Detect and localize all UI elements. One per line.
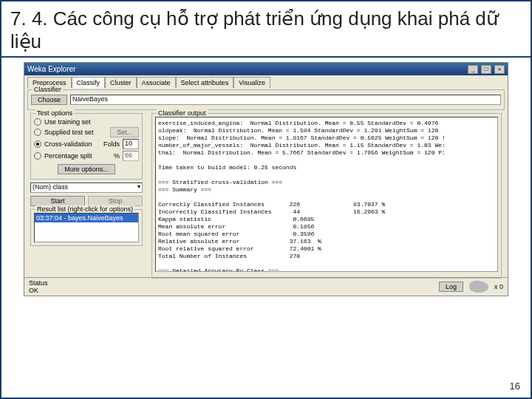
weka-window: Weka Explorer _ □ × Preprocess Classify … [24,62,508,296]
test-options-label: Test options [35,109,74,117]
status-bar: Status OK Log x 0 [24,277,508,296]
status-text: OK [29,287,48,294]
result-list-group: Result list (right-click for options) 03… [30,209,143,246]
tab-select-attributes[interactable]: Select attributes [176,77,234,88]
stop-button[interactable]: Stop [88,196,143,206]
slide-number: 16 [510,381,520,392]
slide-title: 7. 4. Các công cụ hỗ trợ phát triển ứng … [1,1,531,58]
result-list-label: Result list (right-click for options) [35,205,134,213]
classifier-group: Classifier Choose NaiveBayes [27,89,505,110]
main-tabs: Preprocess Classify Cluster Associate Se… [24,75,508,88]
window-title: Weka Explorer [27,65,75,73]
result-list[interactable]: 03:37:04 - bayes.NaiveBayes [34,213,139,242]
minimize-button[interactable]: _ [468,65,478,74]
weka-bird-icon [469,281,488,293]
classifier-output-group: Classifier output exercise_induced_angin… [151,113,502,279]
folds-input[interactable]: 10 [123,139,139,149]
folds-label: Folds [103,140,120,148]
set-test-button[interactable]: Set... [110,127,139,137]
label-percentage-split: Percentage split [44,152,92,160]
classifier-name-field[interactable]: NaiveBayes [70,95,501,105]
pct-label: % [114,152,120,160]
radio-percentage-split[interactable] [34,152,41,160]
radio-use-training[interactable] [34,118,41,126]
close-button[interactable]: × [494,65,505,74]
log-button[interactable]: Log [439,282,463,292]
window-buttons: _ □ × [467,64,505,74]
tab-classify[interactable]: Classify [72,77,106,88]
classifier-group-label: Classifier [33,86,63,93]
test-options-group: Test options Use training set Supplied t… [30,113,143,180]
label-cross-validation: Cross-validation [44,140,92,148]
tab-visualize[interactable]: Visualize [233,77,270,88]
titlebar: Weka Explorer _ □ × [24,63,508,75]
more-options-button[interactable]: More options... [58,164,115,174]
choose-classifier-button[interactable]: Choose [31,95,67,105]
classifier-output-text[interactable]: exercise_induced_angina: Normal Distribu… [155,117,498,272]
classifier-output-label: Classifier output [157,109,208,117]
radio-supplied-test[interactable] [34,129,41,136]
tab-associate[interactable]: Associate [137,77,176,88]
start-button[interactable]: Start [30,196,85,206]
pct-input[interactable]: 66 [123,151,139,161]
label-supplied-test: Supplied test set [44,129,94,136]
result-item[interactable]: 03:37:04 - bayes.NaiveBayes [35,214,138,222]
label-use-training: Use training set [44,118,91,126]
task-count: x 0 [494,283,503,290]
radio-cross-validation[interactable] [34,140,41,148]
class-attribute-select[interactable]: (Nom) class [30,183,143,193]
tab-cluster[interactable]: Cluster [105,77,137,88]
status-label: Status [29,279,48,287]
maximize-button[interactable]: □ [481,65,491,74]
